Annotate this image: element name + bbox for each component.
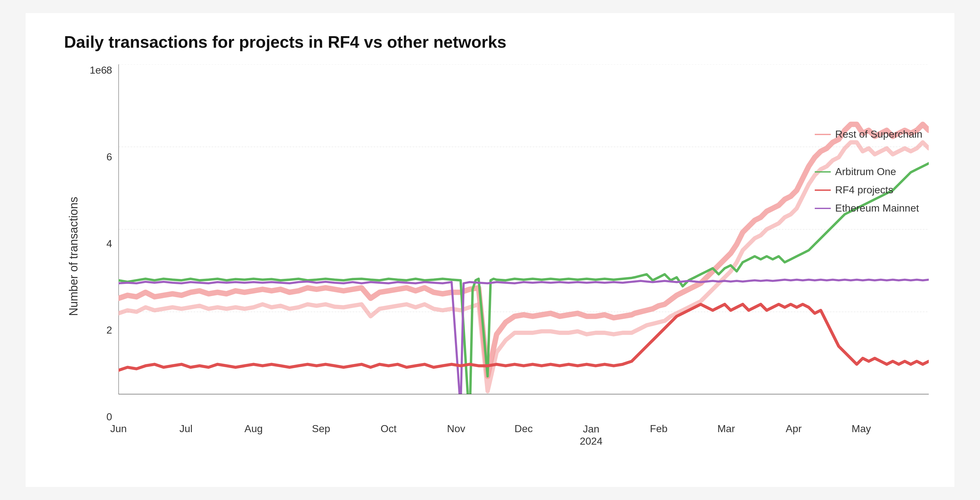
- x-tick-mar: Mar: [718, 423, 735, 435]
- x-tick-jan: Jan2024: [580, 423, 602, 448]
- x-tick-jul: Jul: [179, 423, 192, 435]
- legend-line-superchain: [815, 134, 831, 135]
- legend-label-arbitrum: Arbitrum One: [835, 166, 896, 178]
- legend-label-rf4: RF4 projects: [835, 184, 893, 196]
- x-tick-nov: Nov: [447, 423, 465, 435]
- chart-svg: [118, 64, 929, 394]
- x-tick-may: May: [851, 423, 871, 435]
- legend-label-ethereum: Ethereum Mainnet: [835, 202, 919, 214]
- y-axis-ticks: 0 2 4 6 8: [90, 64, 115, 423]
- y-tick-0: 0: [90, 411, 115, 423]
- chart-title: Daily transactions for projects in RF4 v…: [64, 32, 929, 52]
- y-axis-label: Number of transactions: [64, 64, 83, 448]
- x-tick-aug: Aug: [244, 423, 262, 435]
- x-tick-oct: Oct: [380, 423, 396, 435]
- legend-line-rf4: [815, 189, 831, 191]
- x-tick-feb: Feb: [650, 423, 667, 435]
- legend-item-ethereum: Ethereum Mainnet: [815, 202, 922, 214]
- x-tick-jun: Jun: [110, 423, 127, 435]
- legend-item-arbitrum: Arbitrum One: [815, 166, 922, 178]
- chart-legend: Rest of Superchain Arbitrum One RF4 proj…: [815, 129, 922, 221]
- y-tick-6: 6: [90, 151, 115, 163]
- x-tick-sep: Sep: [312, 423, 330, 435]
- y-tick-2: 2: [90, 324, 115, 336]
- chart-inner: 1e6 0 2 4 6 8: [90, 64, 929, 448]
- chart-area: Number of transactions 1e6 0 2 4 6 8: [64, 64, 929, 448]
- x-axis-labels: Jun Jul Aug Sep Oct Nov Dec Jan2024 Feb …: [118, 423, 929, 448]
- x-tick-apr: Apr: [786, 423, 802, 435]
- x-tick-dec: Dec: [515, 423, 533, 435]
- y-tick-4: 4: [90, 238, 115, 250]
- y-tick-8: 8: [90, 64, 115, 76]
- legend-line-arbitrum: [815, 171, 831, 173]
- legend-item-rf4: RF4 projects: [815, 184, 922, 196]
- legend-label-superchain: Rest of Superchain: [835, 129, 922, 140]
- legend-line-ethereum: [815, 208, 831, 209]
- chart-container: Daily transactions for projects in RF4 v…: [25, 13, 955, 487]
- legend-item-superchain: Rest of Superchain: [815, 129, 922, 140]
